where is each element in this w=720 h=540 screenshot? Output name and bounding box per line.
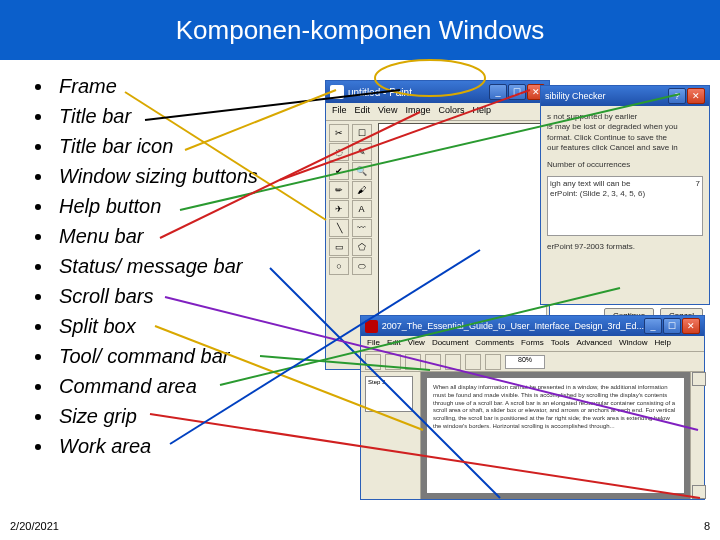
menu-item[interactable]: Colors [438,105,464,118]
paint-app-icon [330,85,344,99]
list-item: Title bar icon [35,135,345,158]
menu-item[interactable]: Forms [521,338,544,349]
list-item: Help button [35,195,345,218]
tool-button[interactable]: ○ [329,257,349,275]
paint-title-text: untitled - Paint [348,87,412,98]
menu-item[interactable]: Help [472,105,491,118]
compat-footer-text: erPoint 97-2003 formats. [547,242,703,252]
tool-button[interactable]: A [352,200,372,218]
toolbar-button[interactable] [445,354,461,370]
bullet-text: Work area [59,435,151,458]
compat-list: igh any text will can be 7 erPoint: (Sli… [547,176,703,236]
reader-document-area: When all display information cannot be p… [421,372,690,499]
bullet-icon [35,174,41,180]
tool-button[interactable]: ✏ [329,181,349,199]
bullet-text: Window sizing buttons [59,165,258,188]
summary-label: Number of occurrences [547,160,630,170]
list-item: Tool/ command bar [35,345,345,368]
tool-button[interactable]: ✈ [329,200,349,218]
reader-body: Step 3 When all display information cann… [361,372,704,499]
tool-button[interactable]: ✂ [329,124,349,142]
toolbar-button[interactable] [485,354,501,370]
menu-item[interactable]: Advanced [576,338,612,349]
bullet-text: Frame [59,75,117,98]
list-item: Window sizing buttons [35,165,345,188]
menu-item[interactable]: Comments [475,338,514,349]
toolbar-button[interactable] [425,354,441,370]
bullet-text: Tool/ command bar [59,345,229,368]
slide-title: Komponen-komponen Windows [176,15,545,46]
toolbar-button[interactable] [465,354,481,370]
list-item: Split box [35,315,345,338]
list-item: Scroll bars [35,285,345,308]
compat-body: s not supported by earlier is may be los… [541,106,709,258]
menu-item[interactable]: File [367,338,380,349]
bullet-text: Size grip [59,405,137,428]
list-item: Frame [35,75,345,98]
tool-button[interactable]: ⬭ [352,257,372,275]
window-sizing-buttons: _ ☐ ✕ [489,84,545,100]
toolbar-button[interactable] [365,354,381,370]
close-button[interactable]: ✕ [687,88,705,104]
menu-item[interactable]: Window [619,338,647,349]
compat-buttons: ? ✕ [668,88,705,104]
list-item: Size grip [35,405,345,428]
bullet-text: Command area [59,375,197,398]
tool-button[interactable]: ✎ [352,143,372,161]
tool-button[interactable]: ✔ [329,162,349,180]
compat-text: s not supported by earlier [547,112,703,122]
menu-item[interactable]: Tools [551,338,570,349]
minimize-button[interactable]: _ [489,84,507,100]
list-item: Command area [35,375,345,398]
toolbar-button[interactable] [405,354,421,370]
menu-item[interactable]: View [378,105,397,118]
toolbar-button[interactable] [385,354,401,370]
bullet-text: Title bar [59,105,131,128]
close-button[interactable]: ✕ [682,318,700,334]
tool-button[interactable]: ◌ [329,143,349,161]
bullet-icon [35,264,41,270]
bullet-text: Scroll bars [59,285,153,308]
compat-title-text: sibility Checker [545,91,606,101]
tool-button[interactable]: 🔍 [352,162,372,180]
page-thumbnail[interactable]: Step 3 [365,376,413,412]
menu-item[interactable]: Help [654,338,670,349]
zoom-field[interactable]: 80% [505,355,545,369]
bullet-icon [35,234,41,240]
bullet-text: Status/ message bar [59,255,242,278]
footer-date: 2/20/2021 [10,520,59,532]
list-item: Title bar [35,105,345,128]
menu-item[interactable]: File [332,105,347,118]
reader-toolbar: 80% [361,352,704,372]
maximize-button[interactable]: ☐ [508,84,526,100]
scrollbar[interactable] [690,372,704,499]
list-item: Status/ message bar [35,255,345,278]
reader-app-icon [365,320,378,333]
maximize-button[interactable]: ☐ [663,318,681,334]
menu-item[interactable]: Document [432,338,468,349]
tool-button[interactable]: ⬠ [352,238,372,256]
minimize-button[interactable]: _ [644,318,662,334]
reader-page: When all display information cannot be p… [427,378,684,493]
reader-titlebar: 2007_The_Essential_Guide_to_User_Interfa… [361,316,704,336]
menu-item[interactable]: View [408,338,425,349]
tool-button[interactable]: 🖌 [352,181,372,199]
bullet-text: Help button [59,195,161,218]
help-button[interactable]: ? [668,88,686,104]
menu-item[interactable]: Edit [355,105,371,118]
bullet-icon [35,414,41,420]
paint-menubar: File Edit View Image Colors Help [326,103,549,121]
window-sizing-buttons: _ ☐ ✕ [644,318,700,334]
bullet-list: Frame Title bar Title bar icon Window si… [35,75,345,465]
menu-item[interactable]: Image [405,105,430,118]
reader-menubar: File Edit View Document Comments Forms T… [361,336,704,352]
bullet-text: Menu bar [59,225,144,248]
tool-button[interactable]: ☐ [352,124,372,142]
tool-button[interactable]: ▭ [329,238,349,256]
tool-button[interactable]: ╲ [329,219,349,237]
bullet-icon [35,324,41,330]
tool-button[interactable]: 〰 [352,219,372,237]
list-item: Menu bar [35,225,345,248]
compat-window: sibility Checker ? ✕ s not supported by … [540,85,710,305]
menu-item[interactable]: Edit [387,338,401,349]
